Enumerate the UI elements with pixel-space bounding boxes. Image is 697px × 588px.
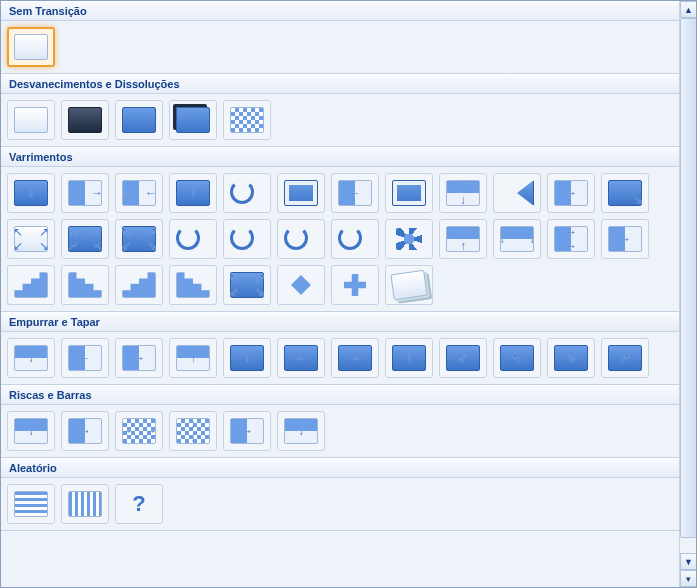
- group-header-no_transition: Sem Transição: [1, 1, 681, 21]
- transition-split-vertical-in[interactable]: ↓↑: [439, 219, 487, 259]
- transition-cover-down[interactable]: ↓: [223, 338, 271, 378]
- transition-wheel-1-spoke[interactable]: [223, 173, 271, 213]
- transition-comb-vertical[interactable]: ↔↔: [547, 219, 595, 259]
- group-header-fades: Desvanecimentos e Dissoluções: [1, 74, 681, 94]
- transition-wheel-4-spokes[interactable]: [277, 219, 325, 259]
- transition-shape-out[interactable]: ↖↗↙↘: [7, 219, 55, 259]
- transition-random-transition[interactable]: ?: [115, 484, 163, 524]
- transition-random-bars-vertical[interactable]: [61, 484, 109, 524]
- transition-push-down[interactable]: ↓: [7, 338, 55, 378]
- transition-cover-left-down[interactable]: ↙: [439, 338, 487, 378]
- scroll-down-button[interactable]: ▼: [680, 553, 697, 570]
- transition-box-out[interactable]: [277, 173, 325, 213]
- transition-shape-circle[interactable]: ↖↗↙↘: [223, 265, 271, 305]
- group-header-wipes: Varrimentos: [1, 147, 681, 167]
- transition-fade-through-black[interactable]: [61, 100, 109, 140]
- transition-comb-horizontal[interactable]: ↕↕: [493, 219, 541, 259]
- transition-shape-diamond[interactable]: [277, 265, 325, 305]
- scroll-up-button[interactable]: ▲: [680, 1, 697, 18]
- scrollbar: ▲ ▼ ▾: [679, 1, 696, 587]
- transition-uncover-left-down[interactable]: ↘: [601, 173, 649, 213]
- transition-comb-horizontal-2[interactable]: →: [223, 411, 271, 451]
- transition-newsflash[interactable]: [385, 219, 433, 259]
- transition-cover-right[interactable]: →: [331, 338, 379, 378]
- transition-push-right[interactable]: →: [115, 338, 163, 378]
- transition-none[interactable]: [7, 27, 55, 67]
- transition-dissolve[interactable]: [223, 100, 271, 140]
- transition-random-transition-photo[interactable]: [385, 265, 433, 305]
- transition-cover-left[interactable]: ←: [277, 338, 325, 378]
- transition-fade-smoothly[interactable]: [7, 100, 55, 140]
- transition-cut-through-black[interactable]: [169, 100, 217, 140]
- transition-strips-right-up[interactable]: [169, 265, 217, 305]
- transition-checkerboard-down[interactable]: ↓↓: [169, 411, 217, 451]
- transition-strips-right-down[interactable]: [115, 265, 163, 305]
- gallery-menu-button[interactable]: ▾: [680, 570, 697, 587]
- transition-push-left[interactable]: ←: [61, 338, 109, 378]
- transition-cut[interactable]: [115, 100, 163, 140]
- transition-cover-right-down[interactable]: ↘: [547, 338, 595, 378]
- group-header-random: Aleatório: [1, 458, 681, 478]
- transition-wipe-right[interactable]: →: [601, 219, 649, 259]
- transition-uncover-right[interactable]: →: [547, 173, 595, 213]
- transition-shape-diamond-out[interactable]: ↖↗↙↘: [115, 219, 163, 259]
- transition-strips-left-down[interactable]: [7, 265, 55, 305]
- transition-split-horizontal-out[interactable]: ←→: [61, 173, 109, 213]
- transition-wipe-down[interactable]: ↓: [7, 173, 55, 213]
- transition-wheel-2-spokes[interactable]: [169, 219, 217, 259]
- transition-cover-left-up[interactable]: ↖: [493, 338, 541, 378]
- transition-shape-plus[interactable]: [331, 265, 379, 305]
- transition-blinds-horizontal[interactable]: ↓: [7, 411, 55, 451]
- transition-checkerboard-across[interactable]: →→: [115, 411, 163, 451]
- transition-wheel-8-spokes[interactable]: [331, 219, 379, 259]
- scroll-thumb[interactable]: [680, 18, 697, 538]
- transition-shape-in[interactable]: ↘↙↗↖: [61, 219, 109, 259]
- transition-split-vertical-out[interactable]: ↑↓: [439, 173, 487, 213]
- transition-comb-vertical-2[interactable]: ↓: [277, 411, 325, 451]
- transition-wipe-left[interactable]: ←: [331, 173, 379, 213]
- transition-cover-up[interactable]: ↑: [385, 338, 433, 378]
- transition-split-horizontal-in[interactable]: →←: [115, 173, 163, 213]
- group-header-push_cover: Empurrar e Tapar: [1, 312, 681, 332]
- transition-wipe-up[interactable]: ↑: [169, 173, 217, 213]
- transition-blinds-vertical[interactable]: →: [61, 411, 109, 451]
- transitions-gallery: Sem TransiçãoDesvanecimentos e Dissoluçõ…: [1, 1, 681, 587]
- transition-wedge[interactable]: [493, 173, 541, 213]
- transition-cover-right-up[interactable]: ↗: [601, 338, 649, 378]
- transition-push-up[interactable]: ↑: [169, 338, 217, 378]
- transition-strips-left-up[interactable]: [61, 265, 109, 305]
- transition-box-in[interactable]: [385, 173, 433, 213]
- group-header-stripes_bars: Riscas e Barras: [1, 385, 681, 405]
- transition-random-bars-horizontal[interactable]: [7, 484, 55, 524]
- transition-wheel-3-spokes[interactable]: [223, 219, 271, 259]
